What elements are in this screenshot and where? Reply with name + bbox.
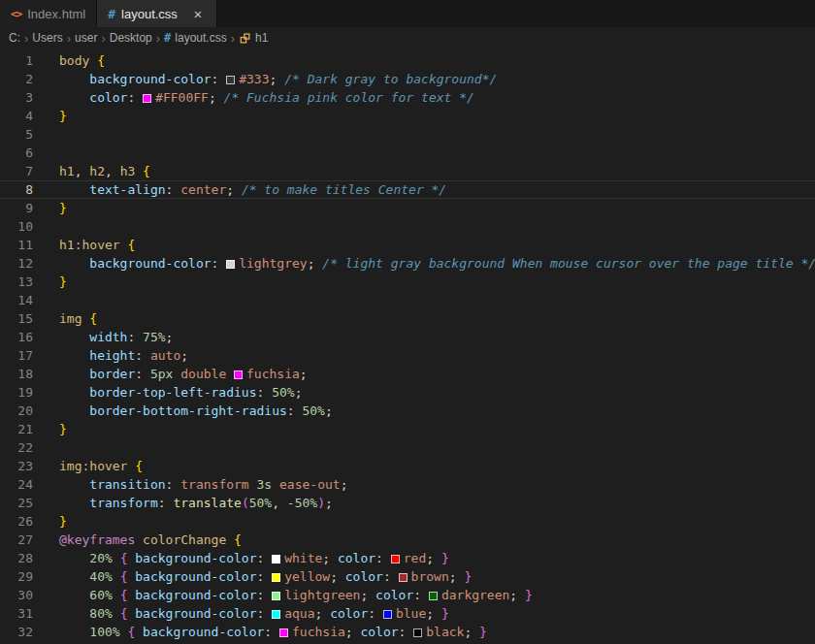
code-token: : [127, 90, 143, 105]
code-line[interactable]: 29 40% { background-color: yellow; color… [0, 567, 815, 586]
line-number[interactable]: 1 [0, 51, 47, 70]
code-token: darkgreen [441, 588, 509, 602]
line-number[interactable]: 31 [0, 604, 47, 623]
code-line[interactable]: 8 text-align: center; /* to make titles … [0, 180, 815, 199]
line-number[interactable]: 11 [0, 236, 47, 254]
breadcrumb-item-user[interactable]: user [75, 31, 97, 45]
line-number[interactable]: 8 [0, 180, 47, 199]
code-line[interactable]: 20 border-bottom-right-radius: 50%; [0, 402, 815, 420]
code-line[interactable]: 28 20% { background-color: white; color:… [0, 549, 815, 567]
code-line[interactable]: 19 border-top-left-radius: 50%; [0, 383, 815, 402]
code-line[interactable]: 24 transition: transform 3s ease-out; [0, 475, 815, 494]
line-number[interactable]: 32 [0, 623, 47, 641]
color-swatch[interactable] [272, 610, 280, 619]
tab-Index.html[interactable]: <>Index.html [0, 0, 97, 27]
code-line[interactable]: 22 [0, 438, 815, 457]
code-line[interactable]: 13} [0, 273, 815, 291]
line-number[interactable]: 9 [0, 199, 47, 217]
code-line[interactable]: 23img:hover { [0, 457, 815, 475]
code-line[interactable]: 32 100% { background-color: fuchsia; col… [0, 623, 815, 641]
line-number[interactable]: 15 [0, 309, 47, 328]
code-line[interactable]: 1body { [0, 51, 815, 70]
code-editor[interactable]: 1body {2 background-color: #333; /* Dark… [0, 48, 815, 644]
line-number[interactable]: 6 [0, 144, 47, 162]
color-swatch[interactable] [143, 94, 151, 103]
color-swatch[interactable] [272, 592, 280, 600]
code-line[interactable]: 21} [0, 420, 815, 438]
line-number[interactable]: 28 [0, 549, 47, 567]
line-number[interactable]: 27 [0, 531, 47, 549]
tab-label: Index.html [27, 7, 85, 21]
code-line[interactable]: 25 transform: translate(50%, -50%); [0, 494, 815, 512]
code-line[interactable]: 17 height: auto; [0, 346, 815, 365]
line-number[interactable]: 26 [0, 512, 47, 531]
color-swatch[interactable] [391, 555, 400, 564]
color-swatch[interactable] [399, 573, 408, 582]
line-number[interactable]: 29 [0, 567, 47, 586]
code-line[interactable]: 27@keyframes colorChange { [0, 531, 815, 549]
line-number[interactable]: 5 [0, 125, 47, 144]
code-line[interactable]: 6 [0, 144, 815, 162]
code-token: transform [180, 477, 248, 492]
color-swatch[interactable] [226, 260, 235, 269]
code-line[interactable]: 14 [0, 291, 815, 309]
code-line[interactable]: 10 [0, 217, 815, 236]
breadcrumb-item-layoutcss[interactable]: #layout.css [164, 31, 227, 45]
line-number[interactable]: 12 [0, 254, 47, 273]
line-number[interactable]: 3 [0, 88, 47, 107]
color-swatch[interactable] [383, 610, 392, 619]
line-number[interactable]: 22 [0, 438, 47, 457]
code-line[interactable]: 12 background-color: lightgrey; /* light… [0, 254, 815, 273]
breadcrumb-item-Users[interactable]: Users [32, 31, 62, 45]
breadcrumb-item-C[interactable]: C: [9, 31, 20, 45]
tab-layout.css[interactable]: #layout.css× [97, 0, 217, 27]
close-tab-icon[interactable]: × [190, 6, 206, 22]
color-swatch[interactable] [279, 628, 288, 637]
code-line-content: transition: transform 3s ease-out; [47, 475, 347, 494]
color-swatch[interactable] [413, 628, 422, 637]
line-number[interactable]: 23 [0, 457, 47, 475]
code-token: lightgrey [239, 256, 307, 271]
code-line[interactable]: 18 border: 5px double fuchsia; [0, 365, 815, 383]
code-line[interactable]: 26} [0, 512, 815, 531]
color-swatch[interactable] [272, 555, 280, 564]
line-number[interactable]: 14 [0, 291, 47, 309]
code-line[interactable]: 16 width: 75%; [0, 328, 815, 346]
chevron-right-icon: › [152, 31, 164, 46]
breadcrumb-item-h1[interactable]: h1 [239, 31, 268, 45]
line-number[interactable]: 24 [0, 475, 47, 494]
color-swatch[interactable] [272, 573, 280, 582]
code-line[interactable]: 30 60% { background-color: lightgreen; c… [0, 586, 815, 604]
code-token: 3s [257, 477, 273, 492]
code-line[interactable]: 5 [0, 125, 815, 144]
line-number[interactable]: 20 [0, 402, 47, 420]
code-line[interactable]: 2 background-color: #333; /* Dark gray t… [0, 70, 815, 88]
line-number[interactable]: 21 [0, 420, 47, 438]
code-token: 40% [89, 569, 112, 584]
breadcrumb-item-Desktop[interactable]: Desktop [110, 31, 152, 45]
code-line[interactable]: 31 80% { background-color: aqua; color: … [0, 604, 815, 623]
code-line[interactable]: 3 color: #FF00FF; /* Fuchsia pink color … [0, 88, 815, 107]
line-number[interactable]: 18 [0, 365, 47, 383]
color-swatch[interactable] [234, 370, 243, 379]
code-line[interactable]: 9} [0, 199, 815, 217]
line-number[interactable]: 2 [0, 70, 47, 88]
color-swatch[interactable] [429, 592, 438, 600]
code-line[interactable]: 15img { [0, 309, 815, 328]
code-line[interactable]: 4} [0, 107, 815, 125]
code-token: , [105, 164, 120, 178]
line-number[interactable]: 4 [0, 107, 47, 125]
color-swatch[interactable] [226, 76, 235, 84]
code-line-content: @keyframes colorChange { [47, 531, 242, 549]
code-line[interactable]: 11h1:hover { [0, 236, 815, 254]
line-number[interactable]: 17 [0, 346, 47, 365]
line-number[interactable]: 13 [0, 273, 47, 291]
line-number[interactable]: 7 [0, 162, 47, 180]
line-number[interactable]: 16 [0, 328, 47, 346]
line-number[interactable]: 25 [0, 494, 47, 512]
line-number[interactable]: 10 [0, 217, 47, 236]
code-line[interactable]: 7h1, h2, h3 { [0, 162, 815, 180]
code-token: 5px [150, 367, 173, 381]
line-number[interactable]: 19 [0, 383, 47, 402]
line-number[interactable]: 30 [0, 586, 47, 604]
